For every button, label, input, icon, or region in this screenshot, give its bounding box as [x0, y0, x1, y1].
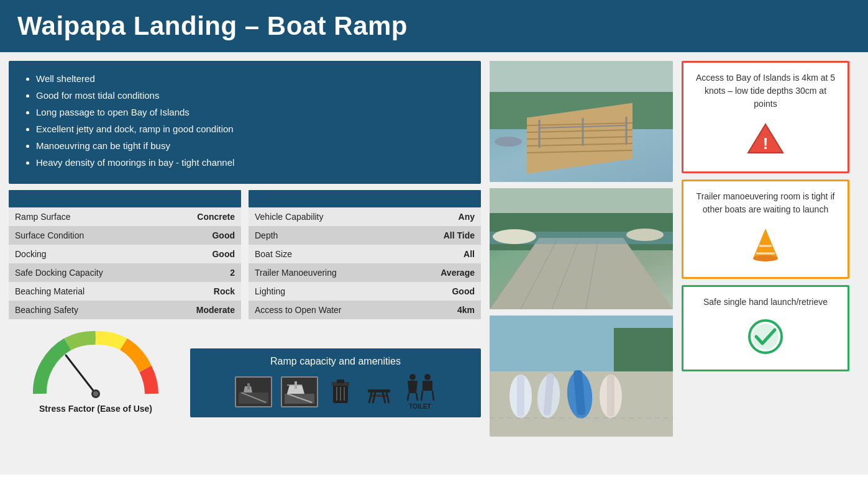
svg-rect-60: [517, 375, 524, 417]
warning-triangle-icon: !: [747, 122, 784, 158]
amenities-title: Ramp capacity and amenities: [200, 356, 471, 367]
svg-point-2: [93, 391, 98, 396]
bullet-list: Well sheltered Good for most tidal condi…: [24, 72, 466, 169]
amenity-toilet: TOILET: [404, 373, 436, 410]
left-table-header: [9, 190, 241, 207]
svg-line-20: [369, 393, 372, 403]
row-label: Docking: [9, 245, 163, 263]
table-row: Trailer Manoeuvering Average: [249, 263, 481, 282]
svg-rect-6: [247, 383, 250, 389]
row-label: Trailer Manoeuvering: [249, 263, 407, 282]
right-table-block: Vehicle Capability Any Depth All Tide Bo…: [249, 190, 481, 319]
svg-text:!: !: [763, 134, 769, 153]
svg-line-22: [373, 393, 375, 403]
left-column: Well sheltered Good for most tidal condi…: [9, 61, 481, 468]
gauge-container: Stress Factor (Ease of Use): [9, 325, 183, 417]
amenity-boat-ramp-dark: [235, 376, 272, 407]
bottom-row: Stress Factor (Ease of Use) Ramp capacit…: [9, 325, 481, 417]
row-label: Safe Docking Capacity: [9, 263, 163, 282]
row-label: Beaching Material: [9, 282, 163, 301]
bullet-item: Excellent jetty and dock, ramp in good c…: [36, 122, 466, 135]
svg-line-0: [66, 355, 96, 394]
table-row: Safe Docking Capacity 2: [9, 263, 241, 282]
row-label: Beaching Safety: [9, 301, 163, 319]
notice-green-text: Safe single hand launch/retrieve: [703, 296, 828, 309]
amenity-picnic: [363, 378, 395, 406]
cone-icon: [749, 226, 782, 265]
photos-column: [490, 61, 673, 468]
svg-rect-66: [607, 375, 614, 417]
toilet-icon: [404, 373, 436, 403]
svg-point-24: [409, 374, 416, 380]
left-info-table: Ramp Surface Concrete Surface Condition …: [9, 207, 241, 319]
row-label: Ramp Surface: [9, 207, 163, 226]
svg-line-26: [408, 393, 409, 401]
amenity-rubbish: [327, 376, 354, 408]
svg-line-23: [383, 393, 385, 403]
table-row: Boat Size All: [249, 245, 481, 263]
gauge-label: Stress Factor (Ease of Use): [39, 404, 152, 414]
svg-line-27: [416, 393, 418, 401]
amenities-icons: TOILET: [200, 373, 471, 410]
toilet-label: TOILET: [409, 403, 431, 410]
row-value: Good: [407, 282, 481, 301]
svg-rect-19: [370, 394, 388, 397]
picnic-icon: [363, 378, 395, 406]
rubbish-icon: [327, 376, 354, 408]
row-value: Rock: [163, 282, 241, 301]
row-value: Moderate: [163, 301, 241, 319]
svg-rect-18: [368, 389, 390, 393]
svg-point-28: [424, 374, 431, 380]
table-row: Lighting Good: [249, 282, 481, 301]
table-row: Access to Open Water 4km: [249, 301, 481, 319]
photo-jetty: [490, 61, 673, 182]
bullet-box: Well sheltered Good for most tidal condi…: [9, 61, 481, 184]
row-value: All Tide: [407, 226, 481, 245]
notice-yellow: Trailer manoeuvering room is tight if ot…: [682, 179, 849, 279]
check-circle-icon: [747, 319, 783, 357]
table-row: Docking Good: [9, 245, 241, 263]
svg-line-21: [386, 393, 389, 403]
notice-red: Access to Bay of Islands is 4km at 5 kno…: [682, 61, 849, 173]
bullet-item: Long passage to open Bay of Islands: [36, 106, 466, 119]
row-label: Surface Condition: [9, 226, 163, 245]
notice-yellow-text: Trailer manoeuvering room is tight if ot…: [692, 190, 839, 216]
tables-row: Ramp Surface Concrete Surface Condition …: [9, 190, 481, 319]
notices-column: Access to Bay of Islands is 4km at 5 kno…: [682, 61, 849, 468]
row-value: Good: [163, 226, 241, 245]
row-value: Average: [407, 263, 481, 282]
svg-rect-57: [614, 328, 673, 371]
table-row: Beaching Safety Moderate: [9, 301, 241, 319]
svg-rect-29: [423, 381, 432, 391]
boat-ramp-light-icon: [281, 376, 318, 407]
row-label: Depth: [249, 226, 407, 245]
photo-ramp: [490, 188, 673, 309]
svg-marker-25: [408, 381, 418, 393]
boat-ramp-dark-icon: [235, 376, 272, 407]
svg-line-31: [432, 391, 434, 401]
row-label: Access to Open Water: [249, 301, 407, 319]
header: Waipapa Landing – Boat Ramp: [0, 0, 868, 52]
svg-rect-14: [337, 379, 344, 383]
right-info-table: Vehicle Capability Any Depth All Tide Bo…: [249, 207, 481, 319]
svg-point-73: [753, 255, 778, 261]
amenity-boat-ramp-light: [281, 376, 318, 407]
svg-point-55: [626, 229, 664, 241]
row-value: Concrete: [163, 207, 241, 226]
bullet-item: Good for most tidal conditions: [36, 89, 466, 102]
bullet-item: Heavy density of moorings in bay - tight…: [36, 156, 466, 169]
page-title: Waipapa Landing – Boat Ramp: [17, 11, 851, 41]
svg-point-54: [493, 229, 536, 244]
photo-boats: [490, 316, 673, 437]
stress-gauge: [27, 325, 164, 400]
left-table-block: Ramp Surface Concrete Surface Condition …: [9, 190, 241, 319]
table-row: Beaching Material Rock: [9, 282, 241, 301]
row-value: Any: [407, 207, 481, 226]
svg-line-30: [421, 391, 423, 401]
row-label: Vehicle Capability: [249, 207, 407, 226]
table-row: Depth All Tide: [249, 226, 481, 245]
row-value: All: [407, 245, 481, 263]
table-row: Surface Condition Good: [9, 226, 241, 245]
row-value: 2: [163, 263, 241, 282]
notice-green: Safe single hand launch/retrieve: [682, 285, 849, 371]
